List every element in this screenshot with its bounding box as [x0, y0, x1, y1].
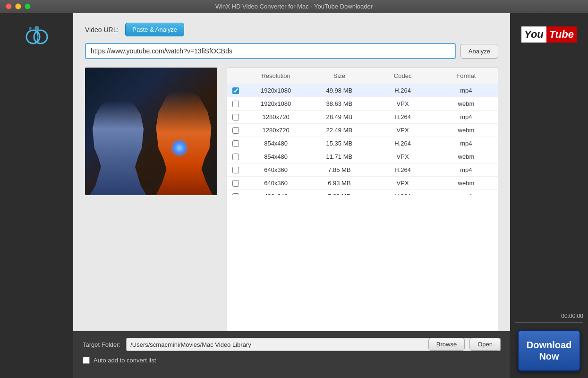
row-codec: H.264 [371, 87, 435, 94]
row-checkbox-0[interactable] [232, 87, 239, 94]
main-layout: Video URL: Paste & Analyze Analyze [0, 13, 588, 378]
youtube-tube: Tube [546, 26, 577, 43]
table-row[interactable]: 1920x1080 49.98 MB H.264 mp4 [227, 84, 498, 97]
url-row: Video URL: Paste & Analyze [85, 23, 498, 36]
row-resolution: 1280x720 [244, 113, 307, 120]
url-input[interactable] [85, 43, 456, 59]
window-controls[interactable] [6, 3, 31, 9]
maximize-button[interactable] [25, 3, 31, 9]
row-size: 28.49 MB [307, 113, 371, 120]
row-format: webm [435, 100, 498, 107]
svg-point-2 [34, 26, 39, 31]
window-title: WinX HD Video Converter for Mac - YouTub… [215, 3, 373, 10]
minimize-button[interactable] [15, 3, 21, 9]
table-row[interactable]: 1920x1080 38.63 MB VPX webm [227, 97, 498, 111]
row-checkbox-cell[interactable] [227, 101, 244, 107]
row-checkbox-cell[interactable] [227, 140, 244, 147]
row-format: mp4 [435, 140, 498, 147]
thumbnail-image [85, 68, 217, 195]
row-format: mp4 [435, 87, 498, 94]
format-table: Resolution Size Codec Format 1920x1080 4… [227, 68, 498, 344]
row-size: 22.49 MB [307, 127, 371, 134]
row-size: 38.63 MB [307, 100, 371, 107]
row-checkbox-cell[interactable] [227, 167, 244, 173]
table-row[interactable]: 1280x720 28.49 MB H.264 mp4 [227, 111, 498, 124]
row-checkbox-cell[interactable] [227, 87, 244, 94]
url-input-row: Analyze [85, 43, 498, 59]
row-codec: H.264 [371, 193, 435, 195]
row-codec: VPX [371, 153, 435, 160]
dialog-area: Video URL: Paste & Analyze Analyze [73, 13, 510, 378]
left-sidebar [0, 13, 73, 378]
row-resolution: 640x360 [244, 166, 307, 173]
time-display: 00:00:00 [515, 313, 583, 319]
row-format: webm [435, 180, 498, 187]
row-size: 7.85 MB [307, 166, 371, 173]
row-checkbox-2[interactable] [232, 114, 239, 120]
bottom-section: Target Folder: Browse Open Auto add to c… [73, 331, 510, 378]
table-row[interactable]: 640x360 7.85 MB H.264 mp4 [227, 163, 498, 177]
table-row[interactable]: 426x240 5.30 MB H.264 mp4 [227, 190, 498, 195]
row-codec: VPX [371, 127, 435, 134]
url-label: Video URL: [85, 26, 119, 34]
row-codec: VPX [371, 100, 435, 107]
row-checkbox-6[interactable] [232, 167, 239, 173]
col-size: Size [307, 72, 371, 79]
auto-add-row: Auto add to convert list [83, 357, 501, 364]
row-resolution: 640x360 [244, 180, 307, 187]
col-resolution: Resolution [244, 72, 307, 79]
download-button-container: Download Now [510, 323, 588, 378]
table-row[interactable]: 640x360 6.93 MB VPX webm [227, 177, 498, 190]
analyze-button[interactable]: Analyze [460, 44, 498, 59]
row-checkbox-cell[interactable] [227, 180, 244, 187]
row-resolution: 1280x720 [244, 127, 307, 134]
open-button[interactable]: Open [469, 338, 501, 351]
table-header: Resolution Size Codec Format [227, 68, 498, 84]
col-codec: Codec [371, 72, 435, 79]
row-format: webm [435, 153, 498, 160]
row-resolution: 1920x1080 [244, 87, 307, 94]
row-codec: H.264 [371, 113, 435, 120]
row-codec: H.264 [371, 166, 435, 173]
row-size: 49.98 MB [307, 87, 371, 94]
row-resolution: 854x480 [244, 140, 307, 147]
row-checkbox-5[interactable] [232, 154, 239, 160]
table-row[interactable]: 854x480 15.35 MB H.264 mp4 [227, 137, 498, 150]
col-format: Format [435, 72, 498, 79]
row-size: 6.93 MB [307, 180, 371, 187]
row-checkbox-4[interactable] [232, 140, 239, 147]
target-row: Target Folder: Browse Open [83, 338, 501, 351]
row-checkbox-cell[interactable] [227, 193, 244, 196]
youtube-you: You [521, 26, 546, 43]
svg-point-1 [34, 30, 47, 43]
table-row[interactable]: 854x480 11.71 MB VPX webm [227, 150, 498, 163]
row-checkbox-cell[interactable] [227, 114, 244, 120]
row-checkbox-7[interactable] [232, 180, 239, 187]
paste-analyze-button[interactable]: Paste & Analyze [125, 23, 184, 36]
row-resolution: 426x240 [244, 193, 307, 195]
folder-buttons: Browse Open [428, 338, 501, 351]
browse-button[interactable]: Browse [428, 338, 465, 351]
row-checkbox-3[interactable] [232, 127, 239, 134]
youtube-logo: You Tube [519, 23, 580, 46]
row-format: webm [435, 127, 498, 134]
table-body: 1920x1080 49.98 MB H.264 mp4 1920x1080 3… [227, 84, 498, 195]
row-checkbox-1[interactable] [232, 101, 239, 107]
row-codec: VPX [371, 180, 435, 187]
row-size: 11.71 MB [307, 153, 371, 160]
row-format: mp4 [435, 113, 498, 120]
row-checkbox-cell[interactable] [227, 154, 244, 160]
download-now-button[interactable]: Download Now [518, 330, 580, 371]
row-format: mp4 [435, 193, 498, 195]
target-folder-label: Target Folder: [83, 341, 120, 348]
auto-add-checkbox[interactable] [83, 357, 90, 364]
row-checkbox-8[interactable] [232, 193, 239, 196]
table-row[interactable]: 1280x720 22.49 MB VPX webm [227, 124, 498, 137]
row-codec: H.264 [371, 140, 435, 147]
row-resolution: 1920x1080 [244, 100, 307, 107]
close-button[interactable] [6, 3, 12, 9]
row-format: mp4 [435, 166, 498, 173]
content-row: Resolution Size Codec Format 1920x1080 4… [85, 68, 498, 344]
row-checkbox-cell[interactable] [227, 127, 244, 134]
app-logo [23, 23, 51, 51]
